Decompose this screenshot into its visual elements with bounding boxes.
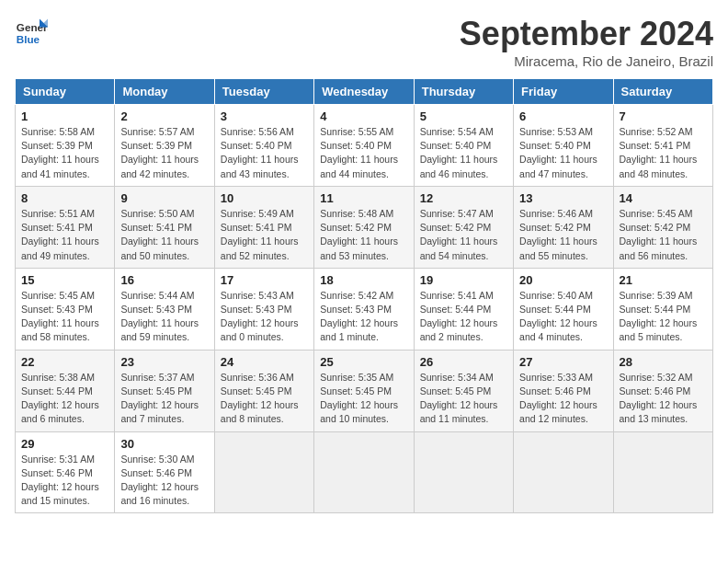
day-info: Sunrise: 5:30 AMSunset: 5:46 PMDaylight:…	[120, 453, 208, 509]
day-number: 16	[120, 273, 208, 287]
page-header: General Blue September 2024 Miracema, Ri…	[15, 15, 713, 69]
day-number: 26	[420, 355, 507, 369]
day-number: 1	[21, 109, 108, 123]
day-info: Sunrise: 5:51 AMSunset: 5:41 PMDaylight:…	[21, 207, 108, 263]
weekday-header-monday: Monday	[115, 79, 214, 105]
calendar-cell: 7Sunrise: 5:52 AMSunset: 5:41 PMDaylight…	[613, 105, 712, 187]
day-info: Sunrise: 5:48 AMSunset: 5:42 PMDaylight:…	[320, 207, 407, 263]
weekday-header-tuesday: Tuesday	[214, 79, 313, 105]
calendar-cell: 6Sunrise: 5:53 AMSunset: 5:40 PMDaylight…	[514, 105, 613, 187]
day-info: Sunrise: 5:35 AMSunset: 5:45 PMDaylight:…	[320, 371, 407, 427]
day-number: 18	[320, 273, 407, 287]
day-info: Sunrise: 5:57 AMSunset: 5:39 PMDaylight:…	[120, 125, 208, 181]
day-number: 28	[620, 355, 707, 369]
calendar-cell: 27Sunrise: 5:33 AMSunset: 5:46 PMDayligh…	[514, 350, 613, 431]
day-number: 23	[120, 355, 208, 369]
day-info: Sunrise: 5:52 AMSunset: 5:41 PMDaylight:…	[620, 125, 707, 181]
day-info: Sunrise: 5:47 AMSunset: 5:42 PMDaylight:…	[420, 207, 507, 263]
calendar-cell: 30Sunrise: 5:30 AMSunset: 5:46 PMDayligh…	[115, 431, 214, 513]
weekday-header-friday: Friday	[514, 79, 613, 105]
weekday-header-sunday: Sunday	[16, 79, 115, 105]
day-info: Sunrise: 5:55 AMSunset: 5:40 PMDaylight:…	[320, 125, 407, 181]
day-info: Sunrise: 5:53 AMSunset: 5:40 PMDaylight:…	[519, 125, 607, 181]
weekday-header-wednesday: Wednesday	[314, 79, 414, 105]
day-info: Sunrise: 5:43 AMSunset: 5:43 PMDaylight:…	[221, 289, 308, 345]
day-info: Sunrise: 5:44 AMSunset: 5:43 PMDaylight:…	[120, 289, 208, 345]
calendar-cell: 24Sunrise: 5:36 AMSunset: 5:45 PMDayligh…	[214, 350, 313, 431]
weekday-header-thursday: Thursday	[414, 79, 513, 105]
calendar-cell: 19Sunrise: 5:41 AMSunset: 5:44 PMDayligh…	[414, 268, 513, 350]
day-number: 19	[420, 273, 507, 287]
calendar-cell: 10Sunrise: 5:49 AMSunset: 5:41 PMDayligh…	[214, 186, 313, 268]
day-info: Sunrise: 5:45 AMSunset: 5:42 PMDaylight:…	[620, 207, 707, 263]
day-number: 10	[221, 191, 308, 205]
calendar-cell: 1Sunrise: 5:58 AMSunset: 5:39 PMDaylight…	[16, 105, 115, 187]
day-number: 22	[21, 355, 108, 369]
calendar-cell: 20Sunrise: 5:40 AMSunset: 5:44 PMDayligh…	[514, 268, 613, 350]
calendar-cell: 13Sunrise: 5:46 AMSunset: 5:42 PMDayligh…	[514, 186, 613, 268]
day-info: Sunrise: 5:40 AMSunset: 5:44 PMDaylight:…	[519, 289, 607, 345]
day-info: Sunrise: 5:58 AMSunset: 5:39 PMDaylight:…	[21, 125, 108, 181]
day-info: Sunrise: 5:36 AMSunset: 5:45 PMDaylight:…	[221, 371, 308, 427]
day-number: 20	[519, 273, 607, 287]
day-number: 5	[420, 109, 507, 123]
logo-icon: General Blue	[15, 15, 48, 48]
calendar-cell: 12Sunrise: 5:47 AMSunset: 5:42 PMDayligh…	[414, 186, 513, 268]
calendar-cell: 14Sunrise: 5:45 AMSunset: 5:42 PMDayligh…	[613, 186, 712, 268]
day-info: Sunrise: 5:45 AMSunset: 5:43 PMDaylight:…	[21, 289, 108, 345]
month-title: September 2024	[460, 15, 713, 53]
day-info: Sunrise: 5:42 AMSunset: 5:43 PMDaylight:…	[320, 289, 407, 345]
day-number: 30	[120, 437, 208, 451]
calendar-cell	[514, 431, 613, 513]
day-number: 27	[519, 355, 607, 369]
day-info: Sunrise: 5:38 AMSunset: 5:44 PMDaylight:…	[21, 371, 108, 427]
day-number: 29	[21, 437, 108, 451]
day-number: 21	[620, 273, 707, 287]
weekday-header-saturday: Saturday	[613, 79, 712, 105]
calendar-cell: 8Sunrise: 5:51 AMSunset: 5:41 PMDaylight…	[16, 186, 115, 268]
day-number: 3	[221, 109, 308, 123]
day-number: 25	[320, 355, 407, 369]
calendar-cell: 9Sunrise: 5:50 AMSunset: 5:41 PMDaylight…	[115, 186, 214, 268]
calendar-cell: 25Sunrise: 5:35 AMSunset: 5:45 PMDayligh…	[314, 350, 414, 431]
day-number: 12	[420, 191, 507, 205]
day-number: 7	[620, 109, 707, 123]
day-number: 9	[120, 191, 208, 205]
calendar-cell: 15Sunrise: 5:45 AMSunset: 5:43 PMDayligh…	[16, 268, 115, 350]
calendar-cell: 18Sunrise: 5:42 AMSunset: 5:43 PMDayligh…	[314, 268, 414, 350]
location: Miracema, Rio de Janeiro, Brazil	[460, 53, 713, 69]
day-number: 4	[320, 109, 407, 123]
day-info: Sunrise: 5:41 AMSunset: 5:44 PMDaylight:…	[420, 289, 507, 345]
day-info: Sunrise: 5:54 AMSunset: 5:40 PMDaylight:…	[420, 125, 507, 181]
logo: General Blue	[15, 15, 48, 48]
day-info: Sunrise: 5:56 AMSunset: 5:40 PMDaylight:…	[221, 125, 308, 181]
day-info: Sunrise: 5:50 AMSunset: 5:41 PMDaylight:…	[120, 207, 208, 263]
svg-text:Blue: Blue	[17, 33, 40, 45]
calendar-cell: 28Sunrise: 5:32 AMSunset: 5:46 PMDayligh…	[613, 350, 712, 431]
calendar-cell: 11Sunrise: 5:48 AMSunset: 5:42 PMDayligh…	[314, 186, 414, 268]
day-info: Sunrise: 5:39 AMSunset: 5:44 PMDaylight:…	[620, 289, 707, 345]
day-number: 8	[21, 191, 108, 205]
day-info: Sunrise: 5:49 AMSunset: 5:41 PMDaylight:…	[221, 207, 308, 263]
calendar-cell: 22Sunrise: 5:38 AMSunset: 5:44 PMDayligh…	[16, 350, 115, 431]
day-info: Sunrise: 5:34 AMSunset: 5:45 PMDaylight:…	[420, 371, 507, 427]
calendar-cell: 5Sunrise: 5:54 AMSunset: 5:40 PMDaylight…	[414, 105, 513, 187]
day-info: Sunrise: 5:37 AMSunset: 5:45 PMDaylight:…	[120, 371, 208, 427]
day-number: 11	[320, 191, 407, 205]
day-info: Sunrise: 5:31 AMSunset: 5:46 PMDaylight:…	[21, 453, 108, 509]
calendar-cell: 17Sunrise: 5:43 AMSunset: 5:43 PMDayligh…	[214, 268, 313, 350]
calendar-cell: 3Sunrise: 5:56 AMSunset: 5:40 PMDaylight…	[214, 105, 313, 187]
day-info: Sunrise: 5:33 AMSunset: 5:46 PMDaylight:…	[519, 371, 607, 427]
calendar-cell: 21Sunrise: 5:39 AMSunset: 5:44 PMDayligh…	[613, 268, 712, 350]
calendar-cell: 4Sunrise: 5:55 AMSunset: 5:40 PMDaylight…	[314, 105, 414, 187]
day-number: 15	[21, 273, 108, 287]
calendar-cell	[314, 431, 414, 513]
day-info: Sunrise: 5:32 AMSunset: 5:46 PMDaylight:…	[620, 371, 707, 427]
calendar-cell: 2Sunrise: 5:57 AMSunset: 5:39 PMDaylight…	[115, 105, 214, 187]
calendar-cell: 23Sunrise: 5:37 AMSunset: 5:45 PMDayligh…	[115, 350, 214, 431]
calendar-cell: 26Sunrise: 5:34 AMSunset: 5:45 PMDayligh…	[414, 350, 513, 431]
day-number: 2	[120, 109, 208, 123]
day-number: 13	[519, 191, 607, 205]
title-block: September 2024 Miracema, Rio de Janeiro,…	[460, 15, 713, 69]
day-number: 6	[519, 109, 607, 123]
